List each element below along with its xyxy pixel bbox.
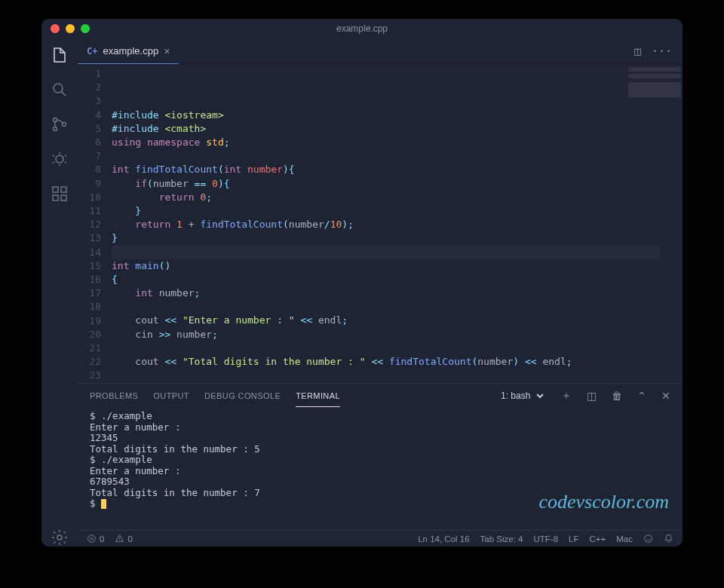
svg-rect-8 [61,187,66,192]
panel-tab-problems[interactable]: PROBLEMS [90,385,138,406]
status-encoding[interactable]: UTF-8 [534,534,559,544]
notifications-icon[interactable] [664,534,673,544]
svg-rect-6 [53,195,58,201]
terminal-cursor [101,499,106,509]
settings-gear-icon[interactable] [51,528,69,547]
panel-tab-debug[interactable]: DEBUG CONSOLE [204,385,281,406]
search-icon[interactable] [51,81,69,99]
panel-tab-bar: PROBLEMS OUTPUT DEBUG CONSOLE TERMINAL 1… [78,384,683,408]
watermark: codevscolor.com [538,497,669,508]
new-terminal-icon[interactable]: ＋ [561,389,572,403]
svg-point-4 [56,155,63,163]
bottom-panel: PROBLEMS OUTPUT DEBUG CONSOLE TERMINAL 1… [78,383,683,530]
cpp-file-icon: C+ [87,46,97,57]
panel-tab-output[interactable]: OUTPUT [153,385,189,406]
status-eol[interactable]: LF [569,534,578,544]
source-control-icon[interactable] [51,115,69,133]
window-body: C+ example.cpp × ◫ ··· 12345678910111213… [41,38,683,547]
split-terminal-icon[interactable]: ◫ [587,390,597,402]
maximize-panel-icon[interactable]: ⌃ [637,390,646,402]
tab-bar: C+ example.cpp × ◫ ··· [78,38,683,64]
svg-rect-7 [61,195,66,201]
title-bar: example.cpp [41,19,683,38]
terminal-output: $ ./example Enter a number : 12345 Total… [90,410,260,509]
tab-example-cpp[interactable]: C+ example.cpp × [78,38,179,63]
status-cursor-position[interactable]: Ln 14, Col 16 [418,534,469,544]
status-os[interactable]: Mac [616,534,633,544]
extensions-icon[interactable] [51,185,69,203]
kill-terminal-icon[interactable]: 🗑 [612,390,622,402]
panel-tab-terminal[interactable]: TERMINAL [296,385,340,407]
minimap[interactable] [628,67,681,112]
svg-point-0 [54,84,63,93]
explorer-icon[interactable] [51,46,69,64]
status-language[interactable]: C++ [590,534,606,544]
svg-rect-5 [53,187,58,192]
svg-point-2 [54,127,57,131]
svg-point-9 [57,535,62,540]
window-title: example.cpp [41,23,683,34]
code-area[interactable]: #include <iostream>#include <cmath>using… [112,64,683,383]
svg-point-1 [54,118,57,122]
svg-point-3 [63,123,66,127]
editor-actions: ◫ ··· [634,38,683,63]
editor-main: C+ example.cpp × ◫ ··· 12345678910111213… [78,38,683,547]
debug-icon[interactable] [51,150,69,168]
status-tab-size[interactable]: Tab Size: 4 [480,534,523,544]
tab-label: example.cpp [103,45,158,57]
feedback-icon[interactable] [643,534,653,544]
terminal[interactable]: $ ./example Enter a number : 12345 Total… [78,408,683,530]
svg-point-11 [645,535,652,543]
current-line-highlight [112,246,660,259]
status-warnings[interactable]: 0 [115,534,132,544]
terminal-selector[interactable]: 1: bash [495,388,546,403]
editor-window: example.cpp C+ example.cpp × ◫ ·· [41,19,683,547]
split-editor-icon[interactable]: ◫ [634,44,641,58]
activity-bar [41,38,78,547]
close-panel-icon[interactable]: ✕ [661,390,670,402]
line-number-gutter: 1234567891011121314151617181920212223 [78,64,112,383]
code-editor[interactable]: 1234567891011121314151617181920212223 #i… [78,64,683,383]
close-tab-icon[interactable]: × [164,45,170,57]
status-errors[interactable]: 0 [87,534,104,544]
more-actions-icon[interactable]: ··· [652,44,672,58]
status-bar: 0 0 Ln 14, Col 16 Tab Size: 4 UTF-8 LF C… [78,530,683,547]
